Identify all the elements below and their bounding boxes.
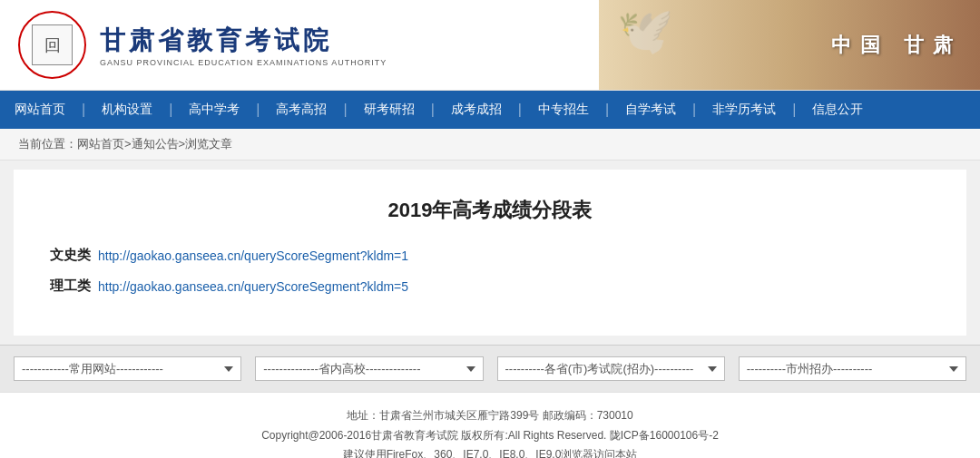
nav-item-nonacademic[interactable]: 非学历考试 bbox=[698, 91, 790, 129]
site-title-cn: 甘肃省教育考试院 bbox=[100, 24, 387, 58]
footer-line-3: 建议使用FireFox、360、IE7.0、IE8.0、IE9.0浏览器访问本站 bbox=[14, 445, 966, 458]
article-line-2: 理工类 http://gaokao.ganseea.cn/queryScoreS… bbox=[50, 278, 930, 295]
line2-label: 理工类 bbox=[50, 278, 91, 295]
header-banner: 🕊️ 中国 甘肃 bbox=[599, 0, 980, 91]
footer-info: 地址：甘肃省兰州市城关区雁宁路399号 邮政编码：730010 Copyrigh… bbox=[0, 392, 980, 458]
nav-sep-8: | bbox=[691, 102, 698, 118]
nav-sep-6: | bbox=[516, 102, 524, 118]
line1-label: 文史类 bbox=[50, 247, 91, 264]
footer-line-1: 地址：甘肃省兰州市城关区雁宁路399号 邮政编码：730010 bbox=[14, 406, 966, 426]
nav-sep-7: | bbox=[603, 102, 611, 118]
nav-sep-1: | bbox=[80, 102, 87, 118]
site-title-en: GANSU PROVINCIAL EDUCATION EXAMINATIONS … bbox=[100, 58, 387, 67]
nav-item-graduate[interactable]: 研考研招 bbox=[349, 91, 429, 129]
nav-item-home[interactable]: 网站首页 bbox=[0, 91, 80, 129]
article-title: 2019年高考成绩分段表 bbox=[50, 197, 930, 224]
nav-sep-9: | bbox=[790, 102, 798, 118]
main-content: 2019年高考成绩分段表 文史类 http://gaokao.ganseea.c… bbox=[14, 170, 966, 336]
dropdown-common[interactable]: ------------常用网站------------ bbox=[14, 356, 241, 381]
nav-item-high[interactable]: 高中学考 bbox=[174, 91, 254, 129]
nav-item-org[interactable]: 机构设置 bbox=[87, 91, 167, 129]
breadcrumb: 当前位置：网站首页>通知公告>浏览文章 bbox=[0, 129, 980, 161]
nav-sep-2: | bbox=[167, 102, 174, 118]
line2-link[interactable]: http://gaokao.ganseea.cn/queryScoreSegme… bbox=[98, 279, 408, 294]
logo-inner-icon: 回 bbox=[32, 24, 73, 65]
nav-sep-5: | bbox=[429, 102, 436, 118]
region-label-container: 中国 甘肃 bbox=[599, 0, 980, 91]
nav-item-info[interactable]: 信息公开 bbox=[798, 91, 877, 129]
header-left: 回 甘肃省教育考试院 GANSU PROVINCIAL EDUCATION EX… bbox=[18, 11, 387, 79]
nav-sep-4: | bbox=[341, 102, 348, 118]
dropdown-colleges[interactable]: --------------省内高校-------------- bbox=[255, 356, 483, 381]
nav-item-secondary[interactable]: 中专招生 bbox=[524, 91, 603, 129]
header-title-block: 甘肃省教育考试院 GANSU PROVINCIAL EDUCATION EXAM… bbox=[95, 24, 387, 67]
footer-line-2: Copyright@2006-2016甘肃省教育考试院 版权所有:All Rig… bbox=[14, 426, 966, 446]
nav-item-adult[interactable]: 成考成招 bbox=[436, 91, 516, 129]
main-nav: 网站首页 | 机构设置 | 高中学考 | 高考高招 | 研考研招 | 成考成招 … bbox=[0, 91, 980, 129]
logo: 回 bbox=[18, 11, 86, 79]
nav-sep-3: | bbox=[254, 102, 261, 118]
nav-item-gaokao[interactable]: 高考高招 bbox=[261, 91, 341, 129]
page-header: 回 甘肃省教育考试院 GANSU PROVINCIAL EDUCATION EX… bbox=[0, 0, 980, 91]
logo-char: 回 bbox=[44, 34, 61, 56]
dropdown-provinces[interactable]: ----------各省(市)考试院(招办)---------- bbox=[497, 356, 725, 381]
footer-dropdowns: ------------常用网站------------ -----------… bbox=[0, 345, 980, 392]
breadcrumb-text: 当前位置：网站首页>通知公告>浏览文章 bbox=[18, 137, 232, 151]
article-line-1: 文史类 http://gaokao.ganseea.cn/queryScoreS… bbox=[50, 247, 930, 264]
region-label: 中国 甘肃 bbox=[831, 32, 962, 59]
nav-item-self[interactable]: 自学考试 bbox=[611, 91, 691, 129]
line1-link[interactable]: http://gaokao.ganseea.cn/queryScoreSegme… bbox=[98, 248, 408, 263]
dropdown-city[interactable]: ----------市州招办---------- bbox=[739, 356, 966, 381]
